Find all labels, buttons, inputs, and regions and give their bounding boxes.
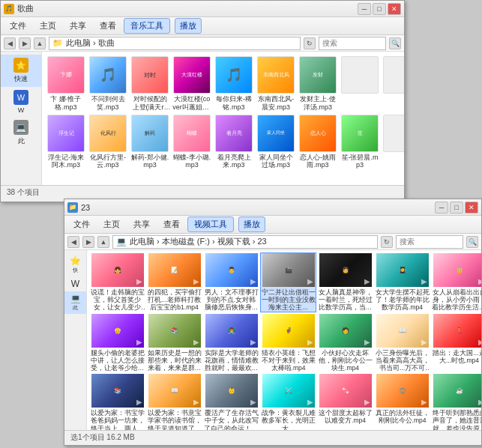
list-item[interactable] [382, 115, 404, 170]
music-close-button[interactable]: ✕ [388, 3, 401, 15]
music-sidebar-item-pc[interactable]: 💻 此 [1, 117, 41, 149]
music-thumb-6: 东南西北风 [257, 56, 295, 94]
list-item[interactable]: 👶 ▶ 覆活产了生存活气中子女，从此改写了自己的命运！.mp4 [204, 374, 259, 430]
list-item[interactable]: 👧 ▶ 说谎！走韩脑的宝宝，韩父首奖少女，让女儿变少女，让人怎么... [90, 253, 145, 312]
video-search-button[interactable]: 🔍 [466, 236, 478, 248]
list-item[interactable]: 蝴蝶 蝴蝶-李小璐.mp3 [172, 115, 211, 170]
music-play-tab[interactable]: 播放 [175, 18, 202, 34]
video-tab-share[interactable]: 共享 [127, 217, 156, 231]
video-thumb-14: 🚶 ▶ [433, 314, 482, 348]
music-label-4: 大漠红楼(cover叫蕙姐姐)-沈阳刀郎.mp3 [172, 95, 211, 112]
video-search-input[interactable] [396, 235, 463, 249]
list-item[interactable]: 📚 ▶ 以爱为家：书宝学爸爸妈妈一坊来，终于当上，两人开始... [90, 374, 145, 430]
music-tab-home[interactable]: 主页 [34, 19, 62, 33]
list-item[interactable]: 着月亮 着月亮爬上来.mp3 [214, 115, 253, 170]
music-tab-file[interactable]: 文件 [4, 19, 32, 33]
list-item[interactable]: 🎵 每你归来-稀铭.mp3 [214, 56, 253, 112]
list-item[interactable]: 对时 对时候配的上登(满天remix).mp3 [130, 56, 169, 112]
list-item[interactable]: 👩 ▶ 女人脑真是神帝，一着时兰，死经过比数学历高，当独胆胆.mp4 [318, 253, 373, 312]
music-sidebar-item-quick[interactable]: ⭐ 快速 [1, 55, 41, 87]
music-sidebar-label-quick: 快速 [14, 74, 28, 84]
music-search-input[interactable] [319, 37, 386, 50]
video-sidebar-item-w[interactable]: W [64, 276, 86, 291]
video-tab-file[interactable]: 文件 [67, 217, 96, 231]
list-item[interactable]: ⚖️ ▶ 真正的法外狂徒，刚刚比今公.mp4 [375, 374, 430, 430]
music-thumb-9: 化风行 [89, 115, 127, 152]
music-sidebar: ⭐ 快速 W W 💻 此 [1, 52, 42, 185]
music-forward-button[interactable]: ▶ [19, 37, 31, 49]
list-item[interactable]: 📚 ▶ 如果历史是一想的那些来，时代的来来着，来来是群里下界... [147, 314, 202, 372]
music-sidebar-icon-quick: ⭐ [13, 58, 28, 73]
list-item[interactable]: 家人同坐 家人同坐个过场.mp3 [256, 115, 295, 170]
list-item[interactable]: 👨 ▶ 男人：文不理事打到的不点.女对韩脑修恶后恢恢身份下情... [204, 253, 259, 312]
list-item[interactable]: 浮生记 浮生记-海来阿木.mp3 [46, 115, 85, 170]
music-maximize-button[interactable]: □ [373, 3, 386, 15]
list-item[interactable]: 卞娜 卞 娜·惟子格.mp3 [46, 56, 85, 112]
video-forward-button[interactable]: ▶ [82, 236, 94, 248]
list-item[interactable]: 发财 发财主上·使洋汤.mp3 [298, 56, 337, 112]
video-back-button[interactable]: ◀ [67, 236, 79, 248]
music-refresh-button[interactable]: ↻ [304, 37, 316, 49]
video-sidebar-label-quick: 快 [73, 267, 78, 274]
video-thumb-1: 👧 ▶ [91, 253, 144, 287]
list-item[interactable]: 📖 ▶ 小三身份曝光后，当着来高高大高，书当司...万不可见... [375, 314, 430, 372]
list-item[interactable]: 👩‍🎓 ▶ 女大学生摆不起死了！老学师的年比数学历高.mp4 [375, 253, 430, 312]
list-item[interactable]: ⚔️ ▶ 战争：黄衣裂儿难教多军长，光明正大... [261, 374, 316, 430]
video-tab-tools[interactable]: 视频工具 [187, 217, 234, 232]
music-label-12: 着月亮爬上来.mp3 [214, 154, 253, 170]
list-item[interactable]: ☕ ▶ 终于听到那熟悉的声音了，她连普洱就，差也没告原来的... [432, 374, 481, 430]
music-tab-share[interactable]: 共享 [64, 19, 92, 33]
music-minimize-button[interactable]: ─ [358, 3, 371, 15]
video-play-tab[interactable]: 播放 [238, 217, 265, 232]
list-item[interactable] [382, 56, 404, 112]
music-thumb-13: 家人同坐 [257, 115, 295, 152]
music-address-path[interactable]: 📁 此电脑 › 歌曲 [49, 37, 301, 50]
list-item[interactable]: 📝 ▶ 的四犯，买宇偷打打机...老师科打教后宝宝的b1.mp4 [147, 253, 202, 312]
list-item[interactable]: 笙 笙-张碧晨.mp3 [340, 115, 379, 170]
video-thumb-7: 👵 ▶ [433, 253, 482, 287]
list-item[interactable]: 🦸 ▶ 猜衣小英雄：飞想不对于来到，效果太棒啦.mp4 [261, 314, 316, 372]
video-label-1: 说谎！走韩脑的宝宝，韩父首奖少女，让女儿变少女，让人怎么... [90, 288, 145, 312]
video-sidebar-item-pc[interactable]: 💻 此 [64, 291, 86, 314]
list-item[interactable]: 👴 ▶ 腿头小偷的老婆把中讲，让人怎么接受，让老爷少给了情... [90, 314, 145, 372]
music-sidebar-item-w[interactable]: W W [1, 87, 41, 117]
music-up-button[interactable]: ▲ [34, 37, 46, 49]
video-minimize-button[interactable]: ─ [435, 202, 448, 214]
video-up-button[interactable]: ▲ [97, 236, 109, 248]
list-item[interactable]: 🧑 ▶ 小伙好心次走坏他，刚刚比今公一块生.mp4 [318, 314, 373, 372]
list-item[interactable]: 🚶 ▶ 踏出：走大国...走大...时也.mp4 [432, 314, 481, 372]
list-item[interactable]: 大漠红楼 大漠红楼(cover叫蕙姐姐)-沈阳刀郎.mp3 [172, 56, 211, 112]
video-titlebar-left: 📁 23 [67, 202, 90, 213]
music-addressbar: ◀ ▶ ▲ 📁 此电脑 › 歌曲 ↻ 🔍 [1, 35, 404, 52]
video-sidebar-item-quick[interactable]: ⭐ 快 [64, 253, 86, 276]
music-thumb-5: 🎵 [215, 56, 253, 94]
video-maximize-button[interactable]: □ [450, 202, 463, 214]
list-item[interactable]: 🎬 ▶ 宁二并让出借租一一时到的主业没教海来主公主... [261, 253, 316, 312]
music-thumb-4: 大漠红楼 [173, 56, 211, 94]
list-item[interactable]: 东南西北风 东南西北风-晨安.mp3 [256, 56, 295, 112]
music-back-button[interactable]: ◀ [4, 37, 16, 49]
music-thumb-10: 解药 [131, 115, 169, 152]
list-item[interactable]: 化风行 化风行方里-云.mp3 [88, 115, 127, 170]
music-toolbar: 文件 主页 共享 查看 音乐工具 播放 [1, 17, 404, 35]
music-titlebar-controls: ─ □ ✕ [358, 3, 401, 15]
music-tab-view[interactable]: 查看 [94, 19, 122, 33]
music-label-3: 对时候配的上登(满天remix).mp3 [130, 95, 169, 112]
music-tab-tools[interactable]: 音乐工具 [124, 18, 170, 34]
list-item[interactable]: 🍬 ▶ 这个甜度太超标了以难变方.mp4 [318, 374, 373, 430]
list-item[interactable]: 恋人心 恋人心-姚雨雨.mp3 [298, 115, 337, 170]
video-tab-home[interactable]: 主页 [97, 217, 126, 231]
list-item[interactable]: 👵 ▶ 女人从崩着出出自身，从小旁小雨，着比教学历生活.mp4 [432, 253, 481, 312]
list-item[interactable]: 解药 解药-郑小健.mp3 [130, 115, 169, 170]
video-label-7: 女人从崩着出出自身，从小旁小雨，着比教学历生活.mp4 [432, 288, 481, 312]
video-address-path[interactable]: 💻 此电脑 › 本地磁盘 (F:) › 视频下载 › 23 [112, 235, 378, 249]
music-search-button[interactable]: 🔍 [389, 37, 401, 49]
video-label-12: 小伙好心次走坏他，刚刚比今公一块生.mp4 [318, 349, 373, 372]
list-item[interactable]: 📖 ▶ 以爱为家：书意宝学家书的读书馆，终于见道知道了，要着... [147, 374, 202, 430]
list-item[interactable] [340, 56, 379, 112]
list-item[interactable]: 🎵 不问到何去笑.mp3 [88, 56, 127, 112]
video-tab-view[interactable]: 查看 [157, 217, 186, 231]
video-close-button[interactable]: ✕ [465, 202, 478, 214]
list-item[interactable]: 👨‍🏫 ▶ 实际是大学老师的花旗画，情情难教胜就时，最最欢乐一位... [204, 314, 259, 372]
video-refresh-button[interactable]: ↻ [381, 236, 393, 248]
